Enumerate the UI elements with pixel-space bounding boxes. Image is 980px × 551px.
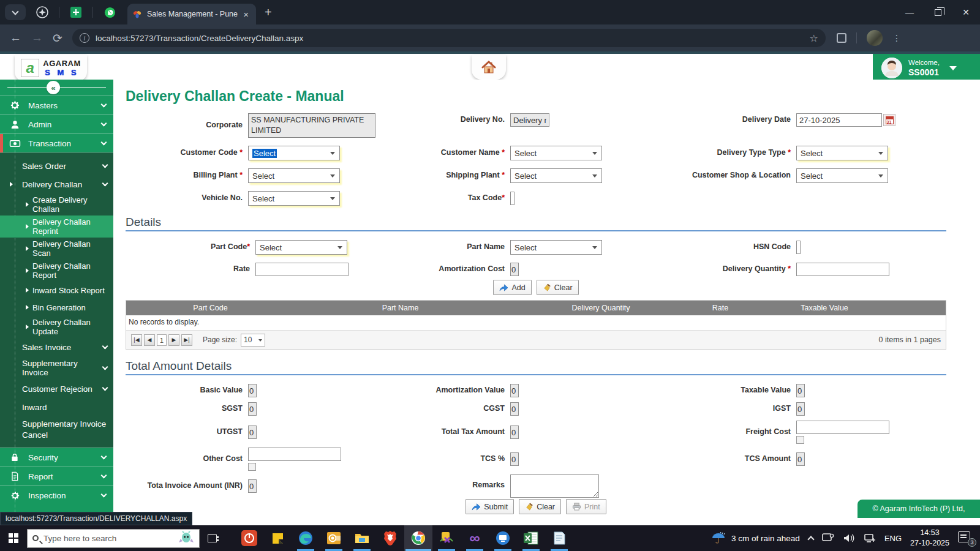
pager-next-button[interactable]: ▶ [168,334,179,346]
basic-value-field[interactable] [248,384,257,397]
sidebar-item-sales-order[interactable]: Sales Order [0,157,113,175]
billing-plant-select[interactable]: Select [248,168,340,183]
sidebar-item-sales-invoice[interactable]: Sales Invoice [0,338,113,356]
taskbar-app-chrome[interactable] [404,525,432,551]
tcs-amount-field[interactable] [796,452,805,466]
taskbar-clock[interactable]: 14:53 27-10-2025 [910,528,949,549]
sidebar-item-supplementary-invoice[interactable]: Supplementary Invoice [0,356,113,380]
taskbar-app-brave[interactable] [376,525,404,551]
taskbar-app-notepad[interactable] [545,525,573,551]
sgst-field[interactable] [248,402,257,416]
shipping-plant-select[interactable]: Select [510,168,602,183]
other-cost-checkbox[interactable] [248,463,256,471]
sidebar-item-supplementary-invoice-cancel[interactable]: Supplementary Invoice Cancel [0,416,113,443]
sidebar-item-masters[interactable]: Masters [0,96,113,114]
part-code-select[interactable]: Select [255,240,347,255]
sidebar-toggle[interactable]: « [0,80,113,96]
total-tax-field[interactable] [510,425,519,439]
active-browser-tab[interactable]: Sales Management - Pune × [127,4,256,24]
column-header[interactable]: Part Name [295,304,506,312]
taskbar-app-visual-studio[interactable]: ∞ [461,525,489,551]
sidebar-item-delivery-challan-scan[interactable]: Delivery Challan Scan [0,238,113,260]
site-info-icon[interactable]: i [80,33,89,43]
taskbar-app-outlook[interactable] [320,525,348,551]
back-button[interactable]: ← [10,31,21,45]
pager-first-button[interactable]: |◀ [131,334,142,346]
tab-search-button[interactable] [5,4,26,20]
minimize-button[interactable]: — [895,0,924,24]
pager-current-page[interactable]: 1 [157,334,167,346]
amortization-cost-field[interactable] [510,263,519,276]
close-window-button[interactable]: ✕ [952,0,980,24]
notification-center-button[interactable]: 3 [958,531,974,545]
submit-button[interactable]: Submit [466,499,514,514]
tax-code-field[interactable] [510,192,514,205]
add-button[interactable]: Add [493,280,531,295]
corporate-field[interactable]: SS MANUFACTURING PRIVATE LIMITED [248,113,375,138]
sidebar-item-delivery-challan-reprint[interactable]: Delivery Challan Reprint [0,216,113,238]
network-icon[interactable] [864,533,876,543]
start-button[interactable] [0,525,27,551]
reload-button[interactable]: ⟳ [53,31,62,45]
taskbar-weather[interactable]: 3 cm of rain ahead [712,532,800,544]
sidebar-item-customer-rejecion[interactable]: Customer Rejecion [0,380,113,398]
delivery-no-field[interactable] [510,113,549,127]
sidebar-item-delivery-challan[interactable]: Delivery Challan [0,175,113,193]
collapse-icon[interactable]: « [47,81,60,94]
taskbar-app-power-tool[interactable] [235,525,263,551]
browser-menu-icon[interactable]: ⋮ [892,37,901,39]
part-name-select[interactable]: Select [510,240,602,255]
print-button[interactable]: Print [566,499,606,514]
taskbar-app-edge[interactable] [292,525,320,551]
cgst-field[interactable] [510,402,519,416]
address-bar[interactable]: i localhost:57273/Transaction/CreateDeli… [72,29,826,47]
rate-field[interactable] [255,263,349,276]
utgst-field[interactable] [248,425,257,439]
tcs-pct-field[interactable] [510,452,519,466]
hsn-code-field[interactable] [796,241,801,254]
sidebar-item-inward-stock-report[interactable]: Inward Stock Report [0,282,113,299]
forward-button[interactable]: → [31,31,43,45]
taxable-value-field[interactable] [796,384,805,397]
sidebar-item-inspection[interactable]: Inspection [0,485,113,504]
column-header[interactable]: Part Code [126,304,295,312]
igst-field[interactable] [796,402,805,416]
teams-icon[interactable] [822,533,834,543]
sidebar-item-report[interactable]: Report [0,467,113,485]
taskbar-app-admin-tools[interactable] [432,525,461,551]
customer-code-select[interactable]: Select [248,146,340,160]
amortization-value-field[interactable] [510,384,519,397]
app-logo[interactable]: a AGARAM S M S [15,55,87,81]
task-view-button[interactable] [200,534,224,542]
customer-shop-select[interactable]: Select [796,168,888,183]
sidebar-item-bin-generation[interactable]: Bin Generation [0,299,113,316]
pinned-tab-sheets[interactable] [67,3,85,21]
customer-name-select[interactable]: Select [510,146,602,160]
vehicle-no-select[interactable]: Select [248,191,340,206]
pager-last-button[interactable]: ▶| [181,334,192,346]
remarks-field[interactable] [510,474,599,498]
pinned-tab-whatsapp[interactable] [100,3,119,21]
other-cost-field[interactable] [248,448,341,461]
language-indicator[interactable]: ENG [884,534,902,543]
column-header[interactable]: Rate [696,304,745,312]
home-button[interactable] [472,55,506,80]
tray-expand-icon[interactable] [807,536,814,542]
freight-cost-field[interactable] [796,421,889,434]
sidebar-item-transaction[interactable]: Transaction [0,133,113,152]
clear-form-button[interactable]: Clear [519,499,561,514]
clear-button[interactable]: Clear [537,280,579,295]
delivery-date-field[interactable] [796,113,882,127]
sidebar-item-security[interactable]: Security [0,448,113,467]
taskbar-app-excel[interactable] [517,525,545,551]
column-header[interactable]: Taxable Value [745,304,904,312]
extensions-icon[interactable] [837,33,846,43]
restore-button[interactable] [924,0,952,24]
taskbar-app-sticky-notes[interactable] [263,525,292,551]
freight-cost-checkbox[interactable] [796,436,804,444]
page-size-select[interactable]: 10 [241,334,265,347]
pinned-tab-chatgpt[interactable] [33,3,51,21]
sidebar-item-inward[interactable]: Inward [0,398,113,416]
pager-prev-button[interactable]: ◀ [144,334,155,346]
delivery-type-select[interactable]: Select [796,146,888,160]
